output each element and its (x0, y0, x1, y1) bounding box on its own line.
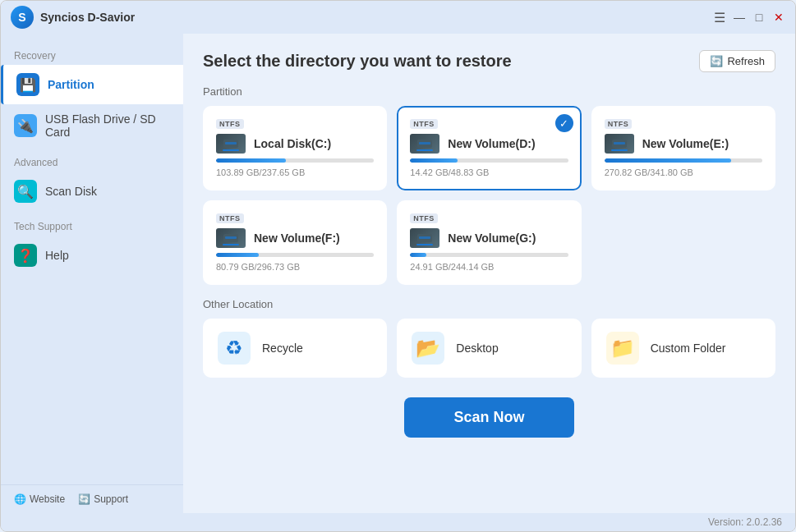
ntfs-badge-g: NTFS (410, 213, 438, 223)
ntfs-badge-d: NTFS (410, 119, 438, 129)
title-bar-controls: ☰ — □ ✕ (713, 11, 785, 24)
help-icon: ❓ (14, 244, 37, 267)
other-location-label: Other Location (203, 298, 775, 310)
loc-name-recycle: Recycle (262, 342, 303, 355)
ntfs-badge-e: NTFS (605, 119, 633, 129)
svg-rect-1 (225, 142, 237, 144)
card-name-e: New Volume(E:) (642, 137, 729, 150)
partition-icon: 💾 (16, 73, 39, 96)
usb-icon: 🔌 (14, 114, 37, 137)
progress-fill-c (216, 158, 286, 163)
progress-bg-g (410, 253, 568, 257)
check-badge: ✓ (555, 114, 573, 132)
disk-icon-e (605, 134, 634, 154)
app-logo: S (11, 6, 34, 29)
location-card-recycle[interactable]: ♻ Recycle (203, 319, 387, 378)
card-name-c: Local Disk(C:) (254, 137, 331, 150)
partition-card-d[interactable]: ✓ NTFS New Volume(D:) 14.42 GB/48.83 GB (397, 106, 581, 190)
scan-disk-label: Scan Disk (45, 185, 97, 198)
tech-support-section-label: Tech Support (1, 211, 183, 236)
refresh-icon: 🔄 (710, 55, 723, 67)
partition-card-g[interactable]: NTFS New Volume(G:) 24.91 GB/244.14 GB (397, 200, 581, 285)
recovery-section-label: Recovery (1, 40, 183, 65)
sidebar-item-scan-disk[interactable]: 🔍 Scan Disk (1, 172, 183, 211)
loc-name-desktop: Desktop (456, 342, 498, 355)
loc-icon-custom-folder: 📁 (606, 332, 639, 365)
card-top-c: Local Disk(C:) (216, 134, 374, 154)
progress-fill-d (410, 158, 458, 163)
support-label: Support (94, 493, 128, 505)
app-title: Syncios D-Savior (40, 11, 135, 24)
website-link[interactable]: 🌐 Website (14, 493, 65, 505)
partition-card-f[interactable]: NTFS New Volume(F:) 80.79 GB/296.73 GB (203, 200, 387, 285)
disk-icon-f (216, 228, 246, 248)
loc-icon-desktop: 📂 (412, 332, 444, 365)
sidebar-item-partition[interactable]: 💾 Partition (1, 65, 183, 104)
card-size-e: 270.82 GB/341.80 GB (605, 167, 762, 177)
website-icon: 🌐 (14, 493, 26, 505)
progress-fill-e (605, 158, 731, 163)
location-grid: ♻ Recycle 📂 Desktop 📁 Custom Folder (203, 319, 775, 378)
svg-rect-3 (419, 142, 430, 144)
sidebar: Recovery 💾 Partition 🔌 USB Flash Drive /… (1, 34, 183, 513)
card-name-d: New Volume(D:) (448, 137, 535, 150)
main-header: Select the directory you want to restore… (203, 50, 775, 72)
sidebar-item-help[interactable]: ❓ Help (1, 236, 183, 275)
svg-rect-5 (614, 142, 625, 144)
progress-fill-g (410, 253, 426, 257)
svg-rect-9 (419, 236, 430, 239)
card-size-c: 103.89 GB/237.65 GB (216, 167, 374, 177)
disk-icon-c (216, 134, 246, 154)
refresh-label: Refresh (727, 55, 765, 67)
help-label: Help (45, 249, 69, 262)
menu-icon[interactable]: ☰ (713, 11, 726, 24)
card-name-f: New Volume(F:) (254, 232, 340, 245)
card-top-f: New Volume(F:) (216, 228, 374, 248)
partition-card-e[interactable]: NTFS New Volume(E:) 270.82 GB/341.80 GB (591, 106, 775, 190)
close-button[interactable]: ✕ (772, 11, 785, 24)
location-card-desktop[interactable]: 📂 Desktop (397, 319, 581, 378)
progress-fill-f (216, 253, 259, 257)
location-card-custom-folder[interactable]: 📁 Custom Folder (591, 319, 775, 378)
version-text: Version: 2.0.2.36 (708, 516, 782, 528)
ntfs-badge-c: NTFS (216, 119, 244, 129)
loc-icon-recycle: ♻ (218, 332, 251, 365)
disk-icon-g (410, 228, 439, 248)
scan-disk-icon: 🔍 (14, 180, 37, 203)
progress-bg-e (605, 158, 762, 163)
card-size-f: 80.79 GB/296.73 GB (216, 262, 374, 272)
partition-label: Partition (48, 78, 94, 91)
progress-bg-f (216, 253, 374, 257)
website-label: Website (30, 493, 65, 505)
disk-icon-d (410, 134, 439, 154)
card-top-g: New Volume(G:) (410, 228, 568, 248)
progress-bg-d (410, 158, 568, 163)
support-link[interactable]: 🔄 Support (78, 493, 128, 505)
progress-bg-c (216, 158, 374, 163)
partition-section-label: Partition (203, 85, 775, 98)
partition-grid: NTFS Local Disk(C:) 103.89 GB/237.65 GB … (203, 106, 775, 285)
loc-name-custom-folder: Custom Folder (651, 342, 726, 355)
title-bar: S Syncios D-Savior ☰ — □ ✕ (1, 1, 795, 34)
advanced-section-label: Advanced (1, 147, 183, 172)
maximize-button[interactable]: □ (752, 11, 766, 24)
sidebar-footer: 🌐 Website 🔄 Support (1, 484, 183, 513)
scan-now-button[interactable]: Scan Now (404, 397, 573, 438)
main-content: Select the directory you want to restore… (183, 34, 795, 513)
card-name-g: New Volume(G:) (448, 232, 536, 245)
card-size-g: 24.91 GB/244.14 GB (410, 262, 568, 272)
title-bar-left: S Syncios D-Savior (11, 6, 135, 29)
refresh-button[interactable]: 🔄 Refresh (699, 50, 775, 72)
minimize-button[interactable]: — (733, 11, 746, 24)
main-title: Select the directory you want to restore (203, 52, 512, 71)
card-size-d: 14.42 GB/48.83 GB (410, 167, 568, 177)
version-bar: Version: 2.0.2.36 (1, 513, 795, 531)
app-body: Recovery 💾 Partition 🔌 USB Flash Drive /… (1, 34, 795, 513)
svg-rect-7 (225, 236, 237, 239)
ntfs-badge-f: NTFS (216, 213, 244, 223)
card-top-e: New Volume(E:) (605, 134, 762, 154)
sidebar-item-usb[interactable]: 🔌 USB Flash Drive / SD Card (1, 104, 183, 147)
partition-card-c[interactable]: NTFS Local Disk(C:) 103.89 GB/237.65 GB (203, 106, 387, 190)
usb-label: USB Flash Drive / SD Card (45, 112, 170, 139)
support-icon: 🔄 (78, 493, 90, 505)
